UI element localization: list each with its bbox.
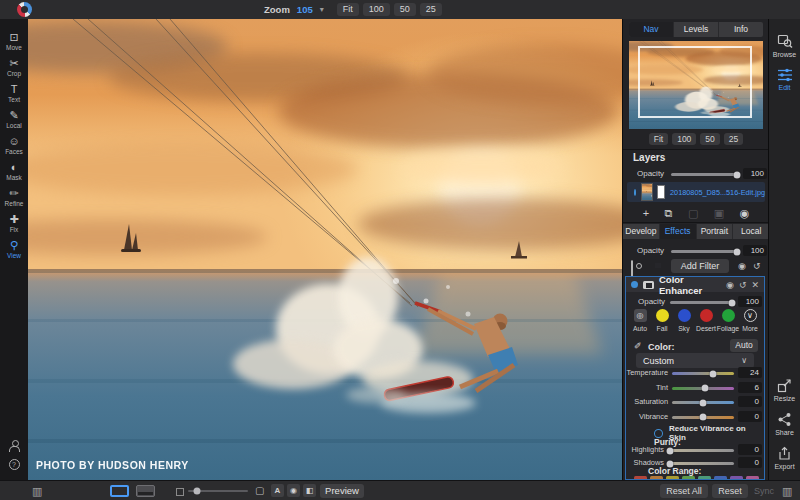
opacity-slider-handle[interactable] bbox=[734, 171, 741, 178]
tool-local[interactable]: ✎ Local bbox=[6, 109, 22, 129]
soft-proof-icon[interactable]: ◉ bbox=[287, 484, 300, 497]
reset-all-button[interactable]: Reset All bbox=[660, 484, 708, 498]
color-auto-button[interactable]: Auto bbox=[730, 339, 758, 352]
tool-text[interactable]: T Text bbox=[8, 83, 20, 103]
zoom-preset-button[interactable]: 50 bbox=[394, 3, 416, 16]
slider-track[interactable] bbox=[672, 372, 734, 375]
navigator-zoom-button[interactable]: 25 bbox=[724, 133, 743, 145]
preset-fall[interactable]: Fall bbox=[651, 309, 673, 332]
preset-swatch bbox=[700, 309, 713, 322]
filter-options-icon[interactable]: ◉ bbox=[726, 280, 734, 290]
filter-mask-icon[interactable] bbox=[643, 281, 654, 289]
panel-tab[interactable]: Nav bbox=[629, 22, 674, 37]
panel-tab[interactable]: Info bbox=[719, 22, 763, 37]
sync-button[interactable]: Sync bbox=[754, 484, 774, 498]
add-filter-button[interactable]: Add Filter bbox=[671, 259, 729, 273]
opacity-slider[interactable] bbox=[671, 250, 737, 253]
zoom-preset-button[interactable]: 25 bbox=[420, 3, 442, 16]
preset-sky[interactable]: Sky bbox=[673, 309, 695, 332]
opacity-slider[interactable] bbox=[670, 301, 732, 304]
top-bar: Zoom 105 ▾ Fit1005025 bbox=[0, 0, 800, 20]
add-layer-icon[interactable]: + bbox=[643, 206, 649, 220]
reset-filters-icon[interactable]: ↺ bbox=[753, 259, 761, 273]
account-icon[interactable] bbox=[8, 440, 20, 451]
tool-mask[interactable]: ◐ Mask bbox=[6, 161, 22, 181]
photo-canvas[interactable]: PHOTO BY HUDSON HENRY bbox=[28, 19, 622, 480]
preset-auto[interactable]: ◎ Auto bbox=[629, 309, 651, 332]
slider-track[interactable] bbox=[672, 401, 734, 404]
help-icon[interactable]: ? bbox=[9, 459, 20, 470]
filter-tab[interactable]: Effects bbox=[660, 224, 697, 239]
tool-move[interactable]: ⊡ Move bbox=[6, 31, 22, 51]
tool-fix[interactable]: ✚ Fix bbox=[9, 213, 18, 233]
opacity-slider-handle[interactable] bbox=[729, 299, 736, 306]
filter-tab[interactable]: Portrait bbox=[697, 224, 734, 239]
filter-tab[interactable]: Develop bbox=[623, 224, 660, 239]
slider-handle[interactable] bbox=[700, 414, 707, 421]
navigator-zoom-button[interactable]: 100 bbox=[672, 133, 696, 145]
tool-faces[interactable]: ☺ Faces bbox=[5, 135, 23, 155]
chevron-down-icon[interactable]: ▾ bbox=[320, 5, 324, 14]
delete-layer-icon[interactable]: ▢ bbox=[688, 206, 698, 220]
single-view-button[interactable] bbox=[110, 485, 129, 497]
panel-tab[interactable]: Levels bbox=[674, 22, 719, 37]
layer-row[interactable]: 20180805_D85...516-Edit.jpg bbox=[627, 182, 765, 202]
navigator-zoom-button[interactable]: Fit bbox=[649, 133, 668, 145]
slider-track[interactable] bbox=[672, 387, 734, 390]
thumbnail-size-handle[interactable] bbox=[194, 488, 201, 495]
layer-enabled-dot[interactable] bbox=[634, 189, 636, 196]
navigator-zoom-button[interactable]: 50 bbox=[700, 133, 719, 145]
eyedropper-icon[interactable]: ✐ bbox=[634, 341, 642, 351]
preset-desert[interactable]: Desert bbox=[695, 309, 717, 332]
filter-reset-icon[interactable]: ↺ bbox=[739, 280, 747, 290]
slider-value: 0 bbox=[738, 411, 762, 422]
lights-out-icon[interactable]: A bbox=[271, 484, 284, 497]
zoom-value[interactable]: 105 bbox=[297, 4, 313, 15]
opacity-slider-handle[interactable] bbox=[734, 248, 741, 255]
layer-menu-icon[interactable]: ◉ bbox=[740, 206, 750, 220]
zoom-preset-button[interactable]: Fit bbox=[337, 3, 359, 16]
export-module-button[interactable]: Export bbox=[774, 446, 794, 470]
slider-handle[interactable] bbox=[666, 447, 673, 454]
color-mode-select[interactable]: Custom ∨ bbox=[636, 353, 754, 368]
preset-foliage[interactable]: Foliage bbox=[717, 309, 739, 332]
slider-track[interactable] bbox=[672, 416, 734, 419]
color-enhancer-header[interactable]: Color Enhancer ◉ ↺ ✕ bbox=[626, 277, 764, 292]
preset-more[interactable]: ∨ More bbox=[739, 309, 761, 332]
slider-handle[interactable] bbox=[700, 399, 707, 406]
duplicate-layer-icon[interactable]: ⧉ bbox=[665, 206, 673, 220]
opacity-value: 100 bbox=[738, 296, 762, 307]
tool-crop[interactable]: ✂ Crop bbox=[7, 57, 21, 77]
navigator-view-rectangle[interactable] bbox=[638, 46, 752, 118]
merge-layer-icon[interactable]: ▣ bbox=[714, 206, 724, 220]
filmstrip-toggle-icon[interactable]: ▥ bbox=[32, 484, 42, 498]
slider-handle[interactable] bbox=[709, 370, 716, 377]
slider-handle[interactable] bbox=[702, 385, 709, 392]
zoom-label: Zoom bbox=[264, 4, 290, 15]
slider-track[interactable] bbox=[668, 449, 734, 452]
app-logo-icon[interactable] bbox=[17, 2, 32, 17]
preset-swatch bbox=[678, 309, 691, 322]
preview-button[interactable]: Preview bbox=[320, 484, 364, 498]
browse-module-button[interactable]: Browse bbox=[773, 33, 796, 58]
opacity-slider[interactable] bbox=[671, 173, 737, 176]
split-preview-icon[interactable]: ◧ bbox=[303, 484, 316, 497]
tool-refine[interactable]: ✏ Refine bbox=[5, 187, 24, 207]
zoom-preset-button[interactable]: 100 bbox=[363, 3, 390, 16]
tool-view[interactable]: ⚲ View bbox=[7, 239, 21, 259]
compare-view-icon[interactable]: ▢ bbox=[255, 484, 264, 498]
reset-button[interactable]: Reset bbox=[712, 484, 748, 498]
panel-toggle-icon[interactable]: ▥ bbox=[782, 484, 792, 498]
resize-module-button[interactable]: Resize bbox=[774, 378, 795, 402]
filter-enabled-dot[interactable] bbox=[631, 281, 638, 288]
layer-mask-thumbnail[interactable] bbox=[657, 185, 665, 199]
filter-tab[interactable]: Local bbox=[733, 224, 769, 239]
navigator-preview[interactable] bbox=[629, 41, 763, 129]
thumbnail-size-slider[interactable] bbox=[188, 490, 248, 492]
filmstrip-view-button[interactable] bbox=[136, 485, 155, 497]
target-adjust-icon[interactable]: ◉ bbox=[738, 259, 746, 273]
filter-close-icon[interactable]: ✕ bbox=[751, 280, 759, 290]
slider-track[interactable] bbox=[668, 462, 734, 465]
edit-module-button[interactable]: Edit bbox=[777, 68, 793, 91]
share-module-button[interactable]: Share bbox=[775, 412, 794, 436]
